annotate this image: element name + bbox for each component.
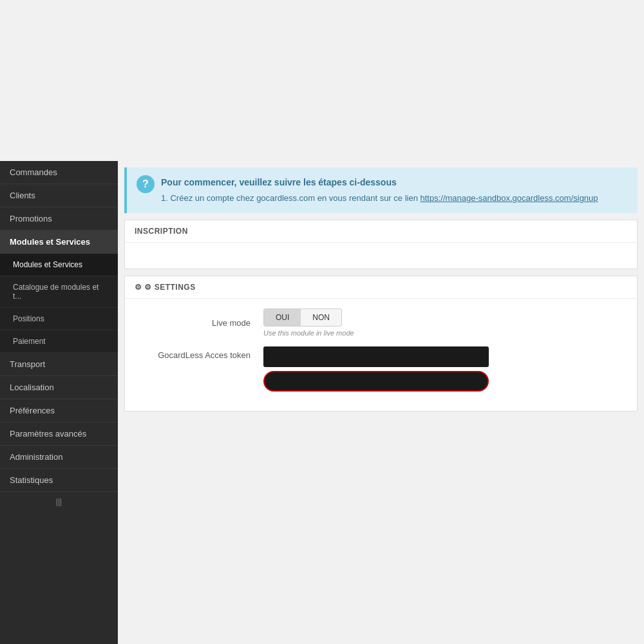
- token-field-1: [263, 346, 489, 367]
- sidebar: Commandes Clients Promotions Modules et …: [0, 161, 118, 644]
- gear-icon: ⚙: [135, 283, 142, 292]
- live-mode-row: Live mode OUI NON Use this module in liv…: [135, 308, 627, 337]
- live-mode-oui-button[interactable]: OUI: [264, 309, 301, 326]
- sidebar-item-paiement[interactable]: Paiement: [0, 330, 118, 353]
- token-label: GocardLess Acces token: [135, 346, 263, 360]
- banner-title: Pour commencer, veuillez suivre les étap…: [161, 175, 598, 189]
- signup-link[interactable]: https://manage-sandbox.gocardless.com/si…: [421, 193, 598, 203]
- sidebar-item-clients[interactable]: Clients: [0, 184, 118, 207]
- sidebar-item-preferences[interactable]: Préférences: [0, 399, 118, 422]
- live-mode-control: OUI NON Use this module in live mode: [263, 308, 627, 337]
- info-text: Pour commencer, veuillez suivre les étap…: [161, 175, 598, 205]
- token-field-2[interactable]: [263, 371, 489, 392]
- live-mode-label: Live mode: [135, 318, 263, 328]
- info-banner: ? Pour commencer, veuillez suivre les ét…: [124, 167, 638, 213]
- sidebar-item-modules-services-sub[interactable]: Modules et Services: [0, 254, 118, 276]
- main-layout: Commandes Clients Promotions Modules et …: [0, 161, 644, 644]
- live-mode-hint: Use this module in live mode: [263, 329, 627, 337]
- token-row: GocardLess Acces token: [135, 346, 627, 392]
- sidebar-item-localisation[interactable]: Localisation: [0, 376, 118, 399]
- content-area: ? Pour commencer, veuillez suivre les ét…: [118, 161, 644, 644]
- settings-header: ⚙ ⚙ SETTINGS: [125, 276, 637, 299]
- settings-panel: ⚙ ⚙ SETTINGS Live mode OUI NON Use this …: [124, 276, 638, 412]
- inscription-header: INSCRIPTION: [125, 220, 637, 243]
- sidebar-item-modules-services[interactable]: Modules et Services: [0, 231, 118, 254]
- live-mode-toggle[interactable]: OUI NON: [263, 308, 342, 327]
- sidebar-item-transport[interactable]: Transport: [0, 353, 118, 376]
- sidebar-item-statistiques[interactable]: Statistiques: [0, 469, 118, 492]
- top-bar: [0, 0, 644, 161]
- step1-text: 1. Créez un compte chez gocardless.com e…: [161, 193, 598, 203]
- sidebar-item-commandes[interactable]: Commandes: [0, 161, 118, 184]
- settings-body: Live mode OUI NON Use this module in liv…: [125, 299, 637, 411]
- token-control: [263, 346, 627, 392]
- sidebar-item-catalogue-modules[interactable]: Catalogue de modules et t...: [0, 276, 118, 308]
- inscription-panel: INSCRIPTION: [124, 220, 638, 269]
- sidebar-item-administration[interactable]: Administration: [0, 446, 118, 469]
- sidebar-item-positions[interactable]: Positions: [0, 308, 118, 330]
- live-mode-non-button[interactable]: NON: [301, 309, 341, 326]
- sidebar-item-parametres-avances[interactable]: Paramètres avancés: [0, 422, 118, 446]
- sidebar-item-promotions[interactable]: Promotions: [0, 207, 118, 231]
- sidebar-bottom: |||: [0, 492, 118, 511]
- inscription-body: [125, 243, 637, 269]
- info-icon: ?: [137, 175, 155, 193]
